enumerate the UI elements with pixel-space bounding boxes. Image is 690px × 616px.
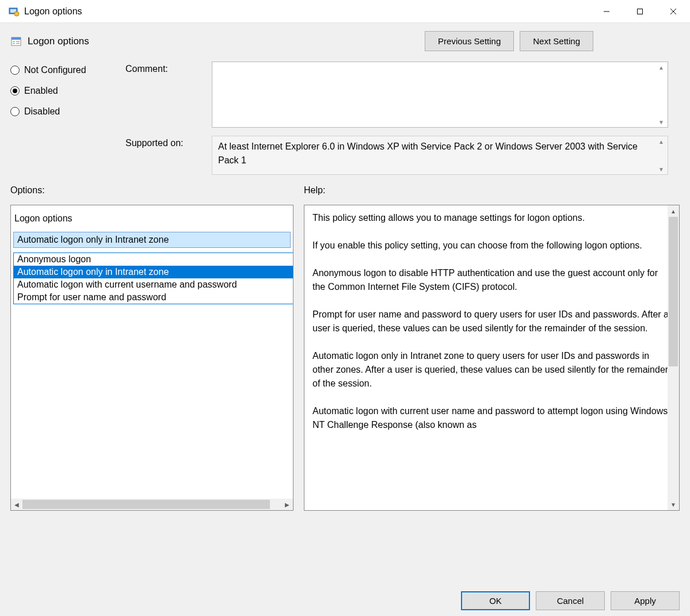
options-pane: Logon options Automatic logon only in In… (10, 205, 293, 511)
help-section-label: Help: (304, 185, 325, 196)
policy-icon (10, 36, 22, 47)
comment-textarea[interactable]: ▲ ▼ (212, 62, 668, 128)
radio-disabled[interactable]: Disabled (10, 106, 125, 117)
logon-options-dropdown[interactable]: Automatic logon only in Intranet zone (13, 232, 291, 248)
options-section-label: Options: (10, 185, 304, 196)
dropdown-option-current-credentials[interactable]: Automatic logon with current username an… (14, 278, 293, 291)
radio-label: Not Configured (24, 65, 86, 75)
scroll-thumb[interactable] (669, 217, 678, 366)
svg-rect-12 (16, 43, 20, 44)
maximize-button[interactable] (623, 0, 657, 23)
radio-not-configured[interactable]: Not Configured (10, 65, 125, 75)
scroll-thumb[interactable] (22, 500, 270, 509)
previous-setting-button[interactable]: Previous Setting (425, 31, 514, 51)
supported-on-value: At least Internet Explorer 6.0 in Window… (218, 141, 638, 165)
radio-icon (10, 107, 20, 116)
scroll-up-icon: ▲ (657, 137, 665, 146)
app-icon (8, 6, 20, 17)
help-text: This policy setting allows you to manage… (304, 205, 679, 510)
scroll-down-icon[interactable]: ▼ (668, 499, 679, 510)
scroll-right-icon[interactable]: ▶ (281, 499, 293, 510)
radio-enabled[interactable]: Enabled (10, 86, 125, 96)
svg-rect-9 (13, 41, 15, 42)
next-setting-button[interactable]: Next Setting (520, 31, 593, 51)
scroll-down-icon[interactable]: ▼ (657, 118, 665, 126)
svg-rect-11 (16, 41, 20, 42)
dropdown-option-prompt[interactable]: Prompt for user name and password (14, 291, 293, 304)
window-title: Logon options (24, 6, 590, 17)
svg-point-2 (14, 12, 19, 16)
ok-button[interactable]: OK (461, 591, 530, 610)
svg-rect-10 (13, 43, 15, 44)
radio-icon (10, 86, 20, 95)
vertical-scrollbar[interactable]: ▲ ▼ (668, 205, 679, 510)
policy-title: Logon options (28, 36, 425, 47)
scroll-up-icon[interactable]: ▲ (668, 205, 679, 217)
radio-icon (10, 66, 20, 75)
supported-on-label: Supported on: (125, 136, 212, 148)
svg-rect-8 (12, 37, 21, 40)
cancel-button[interactable]: Cancel (536, 591, 605, 610)
titlebar: Logon options (0, 0, 690, 23)
supported-on-text: At least Internet Explorer 6.0 in Window… (212, 136, 668, 175)
minimize-button[interactable] (590, 0, 623, 23)
help-pane: This policy setting allows you to manage… (304, 205, 680, 511)
close-button[interactable] (657, 0, 690, 23)
scroll-left-icon[interactable]: ◀ (11, 499, 22, 510)
options-heading: Logon options (13, 211, 291, 232)
dropdown-list: Anonymous logon Automatic logon only in … (13, 252, 293, 304)
dropdown-option-anonymous[interactable]: Anonymous logon (14, 253, 293, 266)
comment-label: Comment: (125, 62, 212, 74)
horizontal-scrollbar[interactable]: ◀ ▶ (11, 499, 293, 510)
radio-label: Enabled (24, 86, 58, 96)
scroll-down-icon: ▼ (657, 165, 665, 173)
apply-button[interactable]: Apply (611, 591, 680, 610)
svg-rect-4 (638, 9, 643, 14)
radio-label: Disabled (24, 106, 60, 117)
scroll-up-icon[interactable]: ▲ (657, 63, 665, 71)
dropdown-option-intranet[interactable]: Automatic logon only in Intranet zone (14, 266, 293, 278)
